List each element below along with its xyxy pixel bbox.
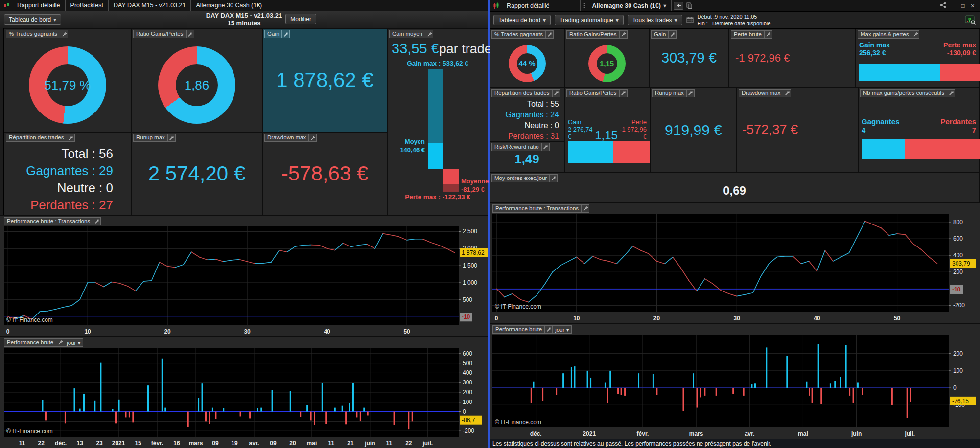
total-row: Total : 56 xyxy=(4,145,113,162)
svg-text:800: 800 xyxy=(953,219,963,225)
runup-value: 2 574,20 € xyxy=(132,133,262,215)
repartition-list: Total : 55 Gagnantes : 24 Neutre : 0 Per… xyxy=(490,100,564,141)
right-window: Rapport détaillé Allemagne 30 Cash (1€)▾… xyxy=(488,0,980,448)
chart-title: Performance brute xyxy=(492,325,545,334)
wrench-icon[interactable] xyxy=(911,30,919,39)
max-gp-labels: Gain max256,32 € Perte max-130,09 € xyxy=(859,41,976,57)
wrench-icon[interactable] xyxy=(553,89,560,97)
tab-rapport-detaille[interactable]: Rapport détaillé xyxy=(12,0,66,11)
svg-text:avr.: avr. xyxy=(745,430,755,437)
copy-icon[interactable] xyxy=(686,0,692,11)
widget-title: Ratio Gains/Pertes xyxy=(133,30,187,38)
maximize-icon[interactable]: □ xyxy=(961,2,965,9)
svg-text:09: 09 xyxy=(212,440,219,447)
wrench-icon[interactable] xyxy=(187,30,194,38)
wrench-icon[interactable] xyxy=(765,30,772,39)
wrench-icon[interactable] xyxy=(282,30,290,38)
widget-title: Ratio Gains/Pertes xyxy=(566,89,620,97)
widget-title: Moy ordres exec/jour xyxy=(491,174,550,182)
tab-rapport-detaille[interactable]: Rapport détaillé xyxy=(502,0,555,11)
trades-filter-dropdown-button[interactable]: Tous les trades▾ xyxy=(628,15,682,25)
wrench-icon[interactable] xyxy=(620,89,628,97)
wrench-icon[interactable] xyxy=(56,338,64,347)
wrench-icon[interactable] xyxy=(947,89,955,97)
period-dropdown[interactable]: jour ▾ xyxy=(64,338,83,347)
proorder-icon[interactable]: ∞ xyxy=(965,15,976,25)
svg-text:500: 500 xyxy=(463,360,472,367)
svg-text:11: 11 xyxy=(328,440,335,447)
modify-button[interactable]: Modifier xyxy=(285,14,316,24)
neutral-row: Neutre : 0 xyxy=(490,120,559,131)
dashboard-dropdown-button[interactable]: Tableau de bord▾ xyxy=(4,14,61,25)
wrench-icon[interactable] xyxy=(309,134,317,142)
wrench-icon[interactable] xyxy=(168,134,176,142)
svg-text:2021: 2021 xyxy=(583,430,596,437)
widget-title: Gain moyen xyxy=(389,30,425,38)
tab-day-dax[interactable]: DAY DAX M15 - v21.03.21 xyxy=(109,0,191,11)
svg-text:1 878,62: 1 878,62 xyxy=(462,249,485,256)
calendar-icon[interactable] xyxy=(686,17,694,23)
tab-probacktest[interactable]: ProBacktest xyxy=(66,0,109,11)
chart-title: Performance brute : Transactions xyxy=(4,217,93,225)
daily-performance-chart[interactable]: 6005004003002001000-200-86,71122déc.1323… xyxy=(4,348,488,448)
wrench-icon[interactable] xyxy=(687,89,695,97)
svg-text:-10: -10 xyxy=(952,286,961,293)
wrench-icon[interactable] xyxy=(546,30,554,39)
drag-grip-icon[interactable] xyxy=(581,0,587,11)
widget-title: Runup max xyxy=(652,89,687,97)
candlestick-icon xyxy=(0,0,12,11)
wrench-icon[interactable] xyxy=(669,30,677,39)
right-tabbar: Rapport détaillé Allemagne 30 Cash (1€)▾… xyxy=(490,0,980,12)
close-icon[interactable]: × xyxy=(971,2,975,10)
perte-block: Perte-1 972,96 € xyxy=(618,118,647,140)
gain-block: Gain2 276,74 € xyxy=(568,118,595,140)
nb-max-bar xyxy=(862,139,980,159)
ratio-bar xyxy=(568,141,653,163)
period-dropdown[interactable]: jour ▾ xyxy=(553,325,572,334)
wrench-icon[interactable] xyxy=(425,30,433,38)
svg-text:11: 11 xyxy=(386,440,393,447)
chevron-down-icon: ▾ xyxy=(78,340,81,346)
wrench-icon[interactable] xyxy=(542,143,550,151)
wrench-icon[interactable] xyxy=(93,217,101,225)
svg-text:200: 200 xyxy=(463,389,472,396)
svg-text:10: 10 xyxy=(84,328,91,335)
svg-text:19: 19 xyxy=(231,440,238,447)
left-titlebar: Tableau de bord▾ DAY DAX M15 - v21.03.21… xyxy=(0,11,488,28)
widget-title: Répartition des trades xyxy=(6,134,67,142)
svg-text:0: 0 xyxy=(6,328,10,335)
widget-repartition: Répartition des trades Total : 55 Gagnan… xyxy=(490,88,564,141)
widget-moy-ordres: Moy ordres exec/jour 0,69 xyxy=(490,173,980,203)
wrench-icon[interactable] xyxy=(582,204,589,213)
dashboard-dropdown-button[interactable]: Tableau de bord▾ xyxy=(493,15,551,25)
wrench-icon[interactable] xyxy=(620,30,628,39)
left-splitter[interactable] xyxy=(0,28,4,215)
share-icon[interactable] xyxy=(940,2,946,10)
instrument-dropdown-tab[interactable]: Allemagne 30 Cash (1€)▾ xyxy=(587,0,672,11)
widget-gain: Gain 1 878,62 € xyxy=(262,28,387,132)
empty-tab[interactable] xyxy=(555,0,581,11)
widget-win-percent: % Trades gagnants 44 % xyxy=(490,29,564,88)
equity-curve-chart[interactable]: 2 5002 0001 5001 0005001 878,62-10010203… xyxy=(4,226,488,337)
wrench-icon[interactable] xyxy=(550,174,558,182)
detach-window-icon[interactable] xyxy=(674,2,683,10)
left-transactions-chart-section: Performance brute : Transactions 2 5002 … xyxy=(0,215,488,336)
widget-gain-moyen: Gain moyen 33,55 €par trade Gain max : 5… xyxy=(387,28,488,215)
left-panel: Rapport détaillé ProBacktest DAY DAX M15… xyxy=(0,0,488,448)
equity-curve-chart[interactable]: 800600400200-200303,79-1001020304050© IT… xyxy=(492,214,979,324)
chevron-down-icon: ▾ xyxy=(543,17,546,23)
svg-text:50: 50 xyxy=(894,315,901,322)
tab-allemagne-30[interactable]: Allemagne 30 Cash (1€) xyxy=(191,0,267,11)
widget-title: Nb max gains/pertes consécutifs xyxy=(860,89,947,97)
moyenne-label: Moyenne-81,29 € xyxy=(461,178,489,194)
minimize-icon[interactable]: _ xyxy=(952,2,956,9)
widget-nb-max-consecutifs: Nb max gains/pertes consécutifs Gagnante… xyxy=(858,88,980,173)
daily-performance-chart[interactable]: 2001000-100-76,15déc.2021févr.marsavr.ma… xyxy=(492,335,979,439)
svg-text:400: 400 xyxy=(463,369,472,376)
wrench-icon[interactable] xyxy=(67,134,75,142)
mode-dropdown-button[interactable]: Trading automatique▾ xyxy=(555,15,624,25)
wrench-icon[interactable] xyxy=(783,89,791,97)
status-bar: Les statistiques ci-dessus sont relative… xyxy=(490,439,980,448)
wrench-icon[interactable] xyxy=(60,30,68,38)
wrench-icon[interactable] xyxy=(545,325,553,334)
